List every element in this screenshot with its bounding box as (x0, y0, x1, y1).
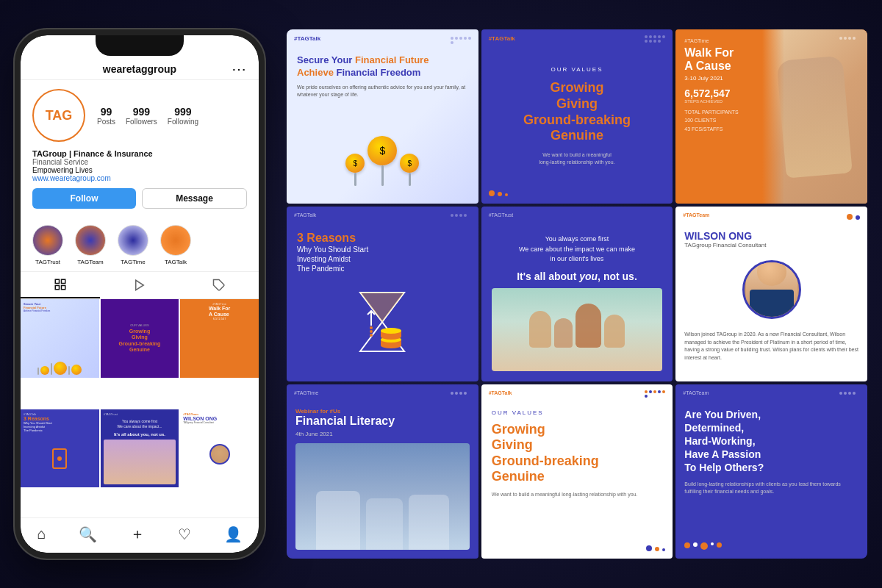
bio-tagline: Empowering Lives (32, 166, 247, 174)
highlight-circle-trust (32, 225, 63, 256)
tab-grid[interactable] (21, 272, 100, 298)
post6-role: TAGgroup Financial Consultant (684, 242, 858, 248)
svg-marker-4 (136, 280, 144, 290)
post5-quote1: You always come firstWe care about the i… (492, 234, 663, 265)
post5-main: It's all about you, not us. (492, 270, 663, 282)
bottom-nav: ⌂ 🔍 ＋ ♡ 👤 (21, 517, 259, 553)
following-stat[interactable]: 999 Following (168, 106, 198, 126)
grid-item-2[interactable]: OUR VALUES GrowingGivingGround-breakingG… (101, 299, 179, 378)
svg-rect-3 (62, 286, 65, 290)
grid-item-3[interactable]: #TAGTime Walk ForA Cause 6,572,547 (180, 299, 259, 378)
follow-button[interactable]: Follow (32, 188, 136, 209)
profile-username: wearetaggroup (103, 63, 176, 75)
home-icon[interactable]: ⌂ (37, 526, 46, 542)
post8-values: Growing Giving Ground-breaking Genuine (492, 422, 663, 485)
post7-tag: #TAGTime (294, 390, 318, 395)
post8-label: #TAGTalk (489, 390, 512, 395)
feed-panel: #TAGTalk Secure Your Financial Future Ac… (287, 29, 867, 559)
post8-dots (645, 390, 667, 398)
posts-label: Posts (97, 118, 115, 126)
grid-item-5[interactable]: #TAGTrust You always come firstWe care a… (101, 409, 179, 488)
feed-post-8[interactable]: #TAGTalk OUR VALUES Growing Giving Groun… (481, 384, 673, 559)
svg-rect-0 (55, 279, 59, 283)
more-options-icon[interactable]: ⋯ (232, 60, 247, 78)
post9-title: Are You Driven,Determined,Hard-Working,H… (684, 408, 858, 475)
svg-rect-2 (55, 286, 59, 290)
post3-dots (839, 37, 860, 40)
heart-icon[interactable]: ♡ (178, 526, 191, 543)
post4-subtitle: Why You Should StartInvesting AmidstThe … (297, 245, 468, 273)
phone-notch (96, 35, 184, 56)
highlight-tagtrust[interactable]: TAGTrust (32, 225, 63, 265)
feed-post-7[interactable]: #TAGTime Webinar for #Us Financial Liter… (287, 384, 478, 559)
post9-dots (684, 542, 858, 550)
profile-section: TAG 99 Posts 999 Followers 999 Following (21, 80, 259, 222)
highlight-tagteam[interactable]: TAGTeam (75, 225, 106, 265)
phone-screen: wearetaggroup ⋯ TAG 99 Posts 999 Followe… (21, 35, 259, 553)
highlight-circle-team (75, 225, 106, 256)
followers-stat[interactable]: 999 Followers (126, 106, 157, 126)
svg-rect-1 (62, 279, 65, 283)
feed-post-4[interactable]: #TAGTalk 3 Reasons Why You Should StartI… (287, 207, 478, 381)
highlight-tagtalk[interactable]: TAGTalk (160, 225, 191, 265)
post6-desc: Wilson joined TAGroup in 2020. As a new … (684, 331, 858, 362)
post6-photo (742, 260, 801, 319)
post9-desc: Build long-lasting relationships with cl… (684, 481, 858, 496)
feed-post-3[interactable]: #TAGTime Walk ForA Cause 3-10 July 2021 … (675, 29, 867, 204)
highlight-label-trust: TAGTrust (35, 259, 60, 265)
profile-stats: 99 Posts 999 Followers 999 Following (97, 106, 247, 126)
post1-body: We pride ourselves on offering authentic… (297, 84, 468, 98)
post5-image (492, 288, 663, 371)
post5-tag: #TAGTrust (489, 212, 513, 218)
tab-reels[interactable] (100, 272, 179, 298)
post1-illustration: $ $ $ (297, 135, 468, 193)
feed-post-9[interactable]: #TAGTeam Are You Driven,Determined,Hard-… (675, 384, 867, 559)
followers-label: Followers (126, 118, 157, 126)
posts-count: 99 (101, 106, 112, 118)
highlight-label-talk: TAGTalk (165, 259, 187, 265)
highlight-circle-time (118, 225, 148, 256)
profile-icon[interactable]: 👤 (224, 526, 243, 543)
post7-title: Financial Literacy (295, 415, 470, 428)
feed-post-1[interactable]: #TAGTalk Secure Your Financial Future Ac… (287, 29, 478, 204)
post8-desc: We want to build a meaningful long-lasti… (492, 491, 663, 499)
bio-name: TAGroup | Finance & Insurance (32, 149, 247, 158)
post3-image (762, 29, 867, 204)
post7-dots (451, 392, 471, 395)
post8-heading: OUR VALUES (492, 409, 663, 416)
tab-tagged[interactable] (179, 272, 259, 298)
following-count: 999 (174, 106, 191, 118)
post4-title: 3 Reasons (297, 232, 468, 245)
bio-section: TAGroup | Finance & Insurance Financial … (32, 149, 247, 182)
post4-tag: #TAGTalk (294, 212, 316, 218)
highlight-tagtime[interactable]: TAGTime (118, 225, 148, 265)
search-icon[interactable]: 🔍 (79, 526, 97, 543)
post6-name: WILSON ONG (684, 230, 858, 242)
highlight-circle-talk (160, 225, 191, 256)
svg-point-16 (370, 334, 373, 337)
feed-post-6[interactable]: #TAGTeam WILSON ONG TAGgroup Financial C… (675, 207, 867, 381)
highlight-label-time: TAGTime (121, 259, 145, 265)
grid-item-6[interactable]: #TAGTeam WILSON ONG TAGgroup Financial C… (180, 409, 259, 488)
following-label: Following (168, 118, 198, 126)
feed-post-5[interactable]: #TAGTrust You always come firstWe care a… (481, 207, 673, 381)
grid-item-4[interactable]: #TAGTalk 3 Reasons Why You Should StartI… (21, 409, 99, 488)
grid-item-1[interactable]: Secure Your Financial Future Achieve Fin… (21, 299, 99, 378)
message-button[interactable]: Message (142, 188, 247, 209)
bio-link[interactable]: www.wearetagroup.com (32, 174, 247, 182)
post2-values: Growing Giving Ground-breaking Genuine (523, 80, 631, 143)
svg-point-15 (370, 330, 373, 333)
post4-illustration (297, 273, 468, 370)
add-post-icon[interactable]: ＋ (130, 524, 145, 544)
highlight-label-team: TAGTeam (77, 259, 103, 265)
post2-dots (645, 35, 667, 43)
followers-count: 999 (133, 106, 150, 118)
scene: wearetaggroup ⋯ TAG 99 Posts 999 Followe… (15, 15, 867, 573)
post7-date: 4th June 2021 (295, 431, 470, 437)
action-buttons: Follow Message (32, 188, 247, 209)
post8-decor (646, 545, 665, 551)
post6-decor (847, 214, 860, 220)
post4-dots (451, 214, 471, 217)
post1-title: Secure Your Financial Future Achieve Fin… (297, 54, 468, 79)
feed-post-2[interactable]: #TAGTalk OUR VALUES Growing Giving Groun… (481, 29, 673, 204)
